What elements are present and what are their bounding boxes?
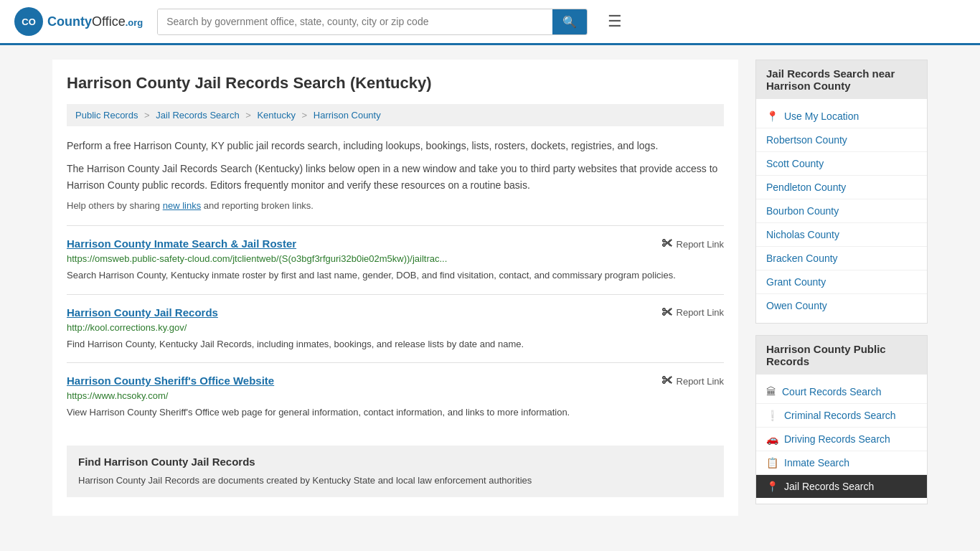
breadcrumb-sep-1: > — [144, 110, 150, 121]
nearby-bracken-county[interactable]: Bracken County — [756, 247, 927, 270]
search-input[interactable] — [158, 9, 552, 34]
breadcrumb-public-records[interactable]: Public Records — [75, 110, 138, 121]
use-my-location-link[interactable]: Use My Location — [784, 110, 859, 122]
court-records-link[interactable]: Court Records Search — [782, 386, 882, 397]
svg-text:CO: CO — [22, 17, 36, 27]
location-icon: 📍 — [766, 110, 778, 122]
use-my-location-item[interactable]: 📍 Use My Location — [756, 105, 927, 128]
scissors-icon-3: ✀ — [661, 375, 673, 387]
nearby-scott-county[interactable]: Scott County — [756, 152, 927, 176]
logo-icon: CO — [14, 7, 43, 36]
public-records-list: 🏛 Court Records Search ❕ Criminal Record… — [756, 375, 927, 504]
pr-court-records[interactable]: 🏛 Court Records Search — [756, 380, 927, 404]
scissors-icon-2: ✀ — [661, 306, 673, 319]
new-links-link[interactable]: new links — [163, 200, 201, 211]
hamburger-icon: ☰ — [608, 12, 622, 30]
result-title-3[interactable]: Harrison County Sheriff's Office Website — [67, 375, 274, 387]
search-button[interactable]: 🔍 — [552, 9, 587, 34]
nearby-bourbon-county[interactable]: Bourbon County — [756, 199, 927, 223]
find-section: Find Harrison County Jail Records Harris… — [67, 446, 724, 498]
nearby-robertson-county[interactable]: Robertson County — [756, 128, 927, 152]
find-section-text: Harrison County Jail Records are documen… — [78, 474, 712, 488]
breadcrumb-harrison-county[interactable]: Harrison County — [314, 110, 381, 121]
intro-text-1: Perform a free Harrison County, KY publi… — [67, 138, 724, 154]
nearby-nicholas-county[interactable]: Nicholas County — [756, 223, 927, 247]
result-title-1[interactable]: Harrison County Inmate Search & Jail Ros… — [67, 237, 296, 250]
court-icon: 🏛 — [766, 386, 776, 397]
report-link-button-2[interactable]: ✀ Report Link — [661, 306, 724, 319]
page-title: Harrison County Jail Records Search (Ken… — [67, 74, 724, 93]
breadcrumb-jail-records[interactable]: Jail Records Search — [156, 110, 239, 121]
intro-text-2: The Harrison County Jail Records Search … — [67, 161, 724, 193]
report-link-button-1[interactable]: ✀ Report Link — [661, 237, 724, 250]
breadcrumb-kentucky[interactable]: Kentucky — [257, 110, 295, 121]
jail-icon: 📍 — [766, 481, 778, 492]
report-link-button-3[interactable]: ✀ Report Link — [661, 375, 724, 387]
inmate-search-link[interactable]: Inmate Search — [784, 457, 849, 468]
result-url-1[interactable]: https://omsweb.public-safety-cloud.com/j… — [67, 253, 724, 264]
result-item-2: Harrison County Jail Records ✀ Report Li… — [67, 294, 724, 363]
criminal-records-link[interactable]: Criminal Records Search — [784, 410, 896, 421]
nearby-heading: Jail Records Search near Harrison County — [756, 60, 927, 99]
result-item-3: Harrison County Sheriff's Office Website… — [67, 362, 724, 431]
nearby-grant-county[interactable]: Grant County — [756, 270, 927, 294]
driving-records-link[interactable]: Driving Records Search — [784, 433, 890, 445]
logo[interactable]: CO CountyOffice.org — [14, 7, 143, 36]
result-url-2[interactable]: http://kool.corrections.ky.gov/ — [67, 322, 724, 333]
breadcrumb-sep-2: > — [245, 110, 251, 121]
owen-county-link[interactable]: Owen County — [766, 300, 827, 311]
result-item-1: Harrison County Inmate Search & Jail Ros… — [67, 225, 724, 294]
pr-driving-records[interactable]: 🚗 Driving Records Search — [756, 428, 927, 451]
criminal-icon: ❕ — [766, 410, 778, 421]
breadcrumb: Public Records > Jail Records Search > K… — [67, 104, 724, 126]
result-desc-2: Find Harrison County, Kentucky Jail Reco… — [67, 337, 724, 352]
search-bar: 🔍 — [157, 9, 588, 35]
search-icon: 🔍 — [562, 16, 577, 28]
bracken-county-link[interactable]: Bracken County — [766, 253, 838, 264]
pr-criminal-records[interactable]: ❕ Criminal Records Search — [756, 404, 927, 428]
nearby-list: 📍 Use My Location Robertson County Scott… — [756, 99, 927, 323]
result-desc-1: Search Harrison County, Kentucky inmate … — [67, 268, 724, 283]
breadcrumb-sep-3: > — [302, 110, 308, 121]
pr-jail-records[interactable]: 📍 Jail Records Search — [756, 475, 927, 498]
jail-records-link[interactable]: Jail Records Search — [784, 481, 874, 492]
nearby-owen-county[interactable]: Owen County — [756, 294, 927, 317]
nearby-section: Jail Records Search near Harrison County… — [755, 60, 928, 324]
find-section-heading: Find Harrison County Jail Records — [78, 456, 712, 468]
public-records-section: Harrison County Public Records 🏛 Court R… — [755, 335, 928, 504]
help-text: Help others by sharing new links and rep… — [67, 200, 724, 211]
logo-text: CountyOffice.org — [47, 14, 143, 29]
result-url-3[interactable]: https://www.hcsoky.com/ — [67, 390, 724, 401]
grant-county-link[interactable]: Grant County — [766, 276, 826, 288]
menu-button[interactable]: ☰ — [602, 9, 628, 34]
bourbon-county-link[interactable]: Bourbon County — [766, 205, 839, 217]
result-desc-3: View Harrison County Sheriff's Office we… — [67, 405, 724, 420]
nearby-pendleton-county[interactable]: Pendleton County — [756, 176, 927, 199]
sidebar: Jail Records Search near Harrison County… — [755, 60, 928, 516]
driving-icon: 🚗 — [766, 433, 778, 445]
result-title-2[interactable]: Harrison County Jail Records — [67, 306, 218, 319]
scissors-icon-1: ✀ — [661, 237, 673, 250]
nicholas-county-link[interactable]: Nicholas County — [766, 229, 839, 240]
robertson-county-link[interactable]: Robertson County — [766, 134, 847, 146]
pr-inmate-search[interactable]: 📋 Inmate Search — [756, 451, 927, 475]
inmate-icon: 📋 — [766, 457, 778, 468]
public-records-heading: Harrison County Public Records — [756, 336, 927, 375]
scott-county-link[interactable]: Scott County — [766, 158, 824, 169]
pendleton-county-link[interactable]: Pendleton County — [766, 182, 846, 193]
